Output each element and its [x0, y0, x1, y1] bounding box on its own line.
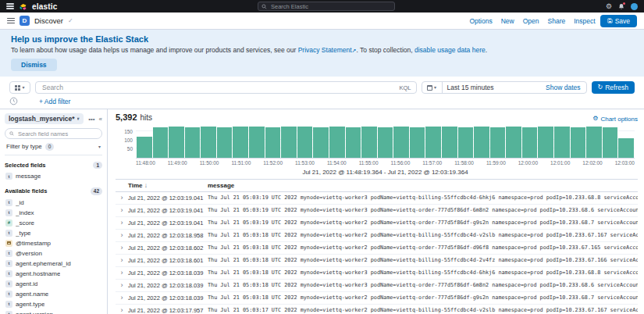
histogram-bar[interactable]	[458, 127, 474, 158]
field-item-_index[interactable]: t_index	[5, 208, 102, 218]
expand-row-icon[interactable]: ›	[116, 219, 128, 227]
time-range-value[interactable]: Last 15 minutes	[443, 84, 499, 91]
histogram-bar[interactable]	[201, 127, 216, 157]
expand-row-icon[interactable]: ›	[116, 282, 128, 289]
topnav-link-options[interactable]: Options	[469, 17, 492, 25]
field-item-agent.name[interactable]: tagent.name	[5, 289, 102, 299]
save-button[interactable]: Save	[600, 15, 637, 27]
global-search-input[interactable]	[269, 2, 391, 11]
alerts-bell-icon[interactable]	[618, 3, 624, 10]
histogram-bar[interactable]	[586, 127, 602, 157]
breadcrumb[interactable]: Discover	[34, 16, 63, 25]
expand-row-icon[interactable]: ›	[116, 307, 128, 314]
saved-query-menu-button[interactable]: ▾	[9, 81, 30, 94]
histogram-bar[interactable]	[169, 127, 184, 158]
expand-row-icon[interactable]: ›	[116, 269, 128, 277]
histogram-bar[interactable]	[474, 127, 489, 157]
filter-by-type-button[interactable]: Filter by type 0 ▾	[5, 139, 102, 155]
field-item-agent.hostname[interactable]: tagent.hostname	[5, 269, 102, 279]
table-row[interactable]: ›Jul 21, 2022 @ 12:03:18.039Thu Jul 21 0…	[116, 292, 638, 305]
field-search-box[interactable]	[5, 128, 102, 139]
table-row[interactable]: ›Jul 21, 2022 @ 12:03:18.602Thu Jul 21 0…	[116, 242, 638, 255]
table-row[interactable]: ›Jul 21, 2022 @ 12:03:18.039Thu Jul 21 0…	[116, 267, 638, 280]
histogram-bar[interactable]	[185, 127, 201, 158]
date-quick-select-button[interactable]: ▾	[422, 82, 443, 93]
histogram-bar[interactable]	[522, 127, 538, 158]
table-row[interactable]: ›Jul 21, 2022 @ 12:03:19.041Thu Jul 21 0…	[116, 217, 638, 230]
disable-usage-data-link[interactable]: disable usage data here	[415, 46, 486, 54]
field-item-@version[interactable]: t@version	[5, 248, 102, 259]
histogram-bar[interactable]	[313, 127, 329, 158]
table-row[interactable]: ›Jul 21, 2022 @ 12:03:19.041Thu Jul 21 0…	[116, 205, 638, 217]
histogram-bar[interactable]	[442, 127, 457, 158]
histogram-bar[interactable]	[249, 127, 265, 157]
histogram-bar[interactable]	[217, 127, 233, 158]
histogram-bar[interactable]	[346, 127, 361, 157]
topnav-link-inspect[interactable]: Inspect	[574, 17, 595, 25]
expand-row-icon[interactable]: ›	[116, 257, 128, 264]
field-item-agent.version[interactable]: tagent.version	[5, 309, 102, 314]
field-item-agent.type[interactable]: tagent.type	[5, 299, 102, 309]
field-item-_id[interactable]: t_id	[5, 198, 102, 208]
topnav-link-new[interactable]: New	[501, 17, 514, 25]
table-row[interactable]: ›Jul 21, 2022 @ 12:03:18.958Thu Jul 21 0…	[116, 230, 638, 242]
topnav-link-share[interactable]: Share	[548, 17, 566, 25]
menu-icon[interactable]	[6, 3, 14, 9]
table-row[interactable]: ›Jul 21, 2022 @ 12:03:17.957Thu Jul 21 0…	[116, 305, 638, 314]
histogram-bar[interactable]	[329, 127, 345, 157]
query-input[interactable]	[41, 83, 397, 92]
histogram-bar[interactable]	[393, 127, 409, 158]
show-dates-link[interactable]: Show dates	[546, 84, 585, 91]
expand-row-icon[interactable]: ›	[116, 294, 128, 302]
refresh-button[interactable]: ↻ Refresh	[592, 81, 635, 94]
nav-menu-icon[interactable]	[7, 18, 15, 24]
gear-icon[interactable]: ⚙	[606, 3, 612, 10]
chart-options-button[interactable]: ⚙ Chart options	[592, 116, 638, 123]
ellipsis-icon[interactable]: •••	[88, 116, 94, 123]
field-item-agent.id[interactable]: tagent.id	[5, 279, 102, 289]
field-item-agent.ephemeral_id[interactable]: tagent.ephemeral_id	[5, 259, 102, 269]
histogram-bar[interactable]	[603, 127, 618, 158]
histogram-bar[interactable]	[506, 127, 521, 158]
histogram-bar[interactable]	[618, 138, 634, 157]
expand-row-icon[interactable]: ›	[116, 232, 128, 239]
global-search[interactable]	[258, 2, 395, 11]
collapse-sidebar-icon[interactable]: «	[99, 116, 102, 123]
histogram-bar[interactable]	[410, 127, 425, 158]
kql-query-box[interactable]: KQL	[35, 81, 417, 94]
field-item-message[interactable]: tmessage	[5, 171, 102, 181]
histogram-bar[interactable]	[554, 127, 570, 158]
table-row[interactable]: ›Jul 21, 2022 @ 12:03:18.601Thu Jul 21 0…	[116, 255, 638, 267]
field-item-_score[interactable]: #_score	[5, 218, 102, 228]
expand-row-icon[interactable]: ›	[116, 207, 128, 214]
histogram-bar[interactable]	[361, 127, 377, 157]
histogram-bar[interactable]	[378, 127, 393, 158]
histogram-bar[interactable]	[265, 127, 281, 158]
expand-row-icon[interactable]: ›	[116, 244, 128, 252]
topnav-link-open[interactable]: Open	[523, 17, 539, 25]
dismiss-button[interactable]: Dismiss	[11, 59, 57, 71]
sort-descending-icon[interactable]: ↓	[144, 182, 148, 189]
histogram-bar[interactable]	[571, 127, 586, 158]
table-row[interactable]: ›Jul 21, 2022 @ 12:03:19.041Thu Jul 21 0…	[116, 192, 638, 205]
histogram-bar[interactable]	[425, 127, 441, 157]
user-avatar[interactable]	[631, 3, 638, 10]
query-language-toggle[interactable]: KQL	[400, 84, 411, 91]
search-session-icon[interactable]	[9, 97, 18, 105]
field-item-_type[interactable]: t_type	[5, 228, 102, 238]
discover-app-icon[interactable]: D	[20, 16, 30, 26]
privacy-statement-link[interactable]: Privacy Statement	[298, 46, 352, 54]
histogram-bar[interactable]	[137, 137, 152, 157]
histogram-bar[interactable]	[297, 127, 313, 158]
histogram-bar[interactable]	[281, 127, 297, 157]
histogram-bar[interactable]	[490, 127, 506, 158]
table-row[interactable]: ›Jul 21, 2022 @ 12:03:18.039Thu Jul 21 0…	[116, 280, 638, 292]
expand-row-icon[interactable]: ›	[116, 194, 128, 202]
histogram-bar[interactable]	[153, 127, 169, 158]
time-column-header[interactable]: Time ↓	[128, 182, 208, 189]
add-filter-link[interactable]: + Add filter	[39, 98, 70, 105]
field-item-@timestamp[interactable]: @timestamp	[5, 238, 102, 248]
index-pattern-select[interactable]: logstash_myservice* ▾	[5, 113, 84, 124]
histogram-bar[interactable]	[233, 127, 248, 158]
histogram-bar[interactable]	[538, 127, 553, 157]
